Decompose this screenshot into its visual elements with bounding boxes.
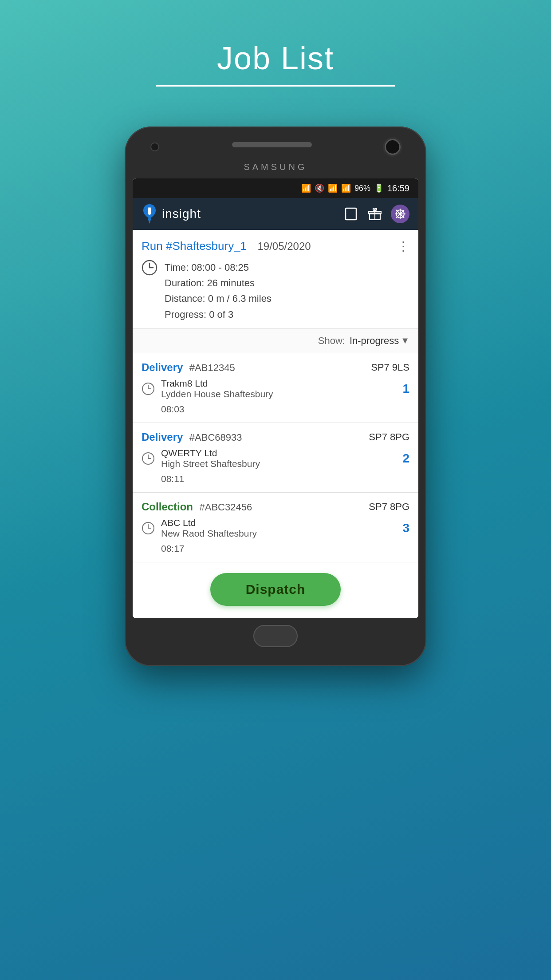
job-card-header: Delivery #ABC68933 SP7 8PG bbox=[142, 431, 409, 443]
job-type-number: Delivery #ABC68933 bbox=[142, 431, 242, 443]
signal-icon: 📶 bbox=[341, 183, 351, 193]
gift-icon[interactable] bbox=[367, 206, 383, 222]
job-address: Lydden House Shaftesbury bbox=[161, 389, 396, 399]
job-clock-icon bbox=[142, 452, 155, 465]
brand-text: SAMSUNG bbox=[133, 162, 418, 172]
job-sequence: 3 bbox=[402, 521, 409, 535]
app-header: insight bbox=[133, 198, 418, 230]
job-company-address: ABC Ltd New Raod Shaftesbury bbox=[161, 518, 396, 539]
app-name: insight bbox=[162, 207, 201, 221]
job-card-middle: ABC Ltd New Raod Shaftesbury 3 bbox=[142, 518, 409, 539]
job-company-address: Trakm8 Ltd Lydden House Shaftesbury bbox=[161, 378, 396, 399]
run-title: Run #Shaftesbury_1 bbox=[142, 239, 247, 253]
run-date: 19/05/2020 bbox=[258, 240, 311, 252]
job-clock-icon bbox=[142, 522, 155, 535]
camera-main bbox=[385, 139, 401, 155]
phone-screen: 📶 🔇 📶 📶 96% 🔋 16:59 insight bbox=[133, 178, 418, 618]
status-icons: 📶 🔇 📶 📶 96% 🔋 16:59 bbox=[301, 183, 409, 194]
battery-percentage: 96% bbox=[354, 184, 370, 193]
more-options-icon[interactable]: ⋮ bbox=[397, 239, 409, 253]
job-card[interactable]: Collection #ABC32456 SP7 8PG ABC Ltd New… bbox=[133, 493, 418, 562]
settings-icon[interactable] bbox=[391, 205, 409, 223]
job-card-middle: Trakm8 Ltd Lydden House Shaftesbury 1 bbox=[142, 378, 409, 399]
job-postcode: SP7 8PG bbox=[369, 431, 409, 443]
job-type-label: Delivery bbox=[142, 431, 183, 443]
job-number: #ABC32456 bbox=[199, 502, 252, 513]
job-card-header: Collection #ABC32456 SP7 8PG bbox=[142, 501, 409, 513]
run-clock-icon bbox=[142, 260, 157, 276]
title-underline bbox=[156, 85, 395, 87]
status-bar: 📶 🔇 📶 📶 96% 🔋 16:59 bbox=[133, 178, 418, 198]
job-time: 08:11 bbox=[142, 474, 409, 484]
job-postcode: SP7 9LS bbox=[371, 362, 409, 373]
run-title-row: Run #Shaftesbury_1 19/05/2020 ⋮ bbox=[142, 239, 409, 253]
job-time: 08:17 bbox=[142, 543, 409, 554]
mute-icon: 🔇 bbox=[315, 183, 324, 193]
battery-icon: 🔋 bbox=[374, 183, 384, 193]
job-company-address: QWERTY Ltd High Street Shaftesbury bbox=[161, 448, 396, 469]
phone-bottom bbox=[133, 618, 418, 654]
page-heading-area: Job List bbox=[0, 0, 551, 100]
job-company: Trakm8 Ltd bbox=[161, 378, 396, 389]
run-details-text: Time: 08:00 - 08:25 Duration: 26 minutes… bbox=[165, 260, 272, 322]
insight-logo-icon bbox=[142, 204, 157, 224]
job-sequence: 1 bbox=[402, 382, 409, 396]
job-list: Delivery #AB12345 SP7 9LS Trakm8 Ltd Lyd… bbox=[133, 353, 418, 562]
phone-speaker bbox=[232, 142, 312, 147]
home-button[interactable] bbox=[253, 625, 298, 647]
dispatch-button[interactable]: Dispatch bbox=[210, 573, 341, 606]
run-duration: Duration: 26 minutes bbox=[165, 275, 272, 291]
status-time: 16:59 bbox=[387, 183, 409, 194]
run-details: Time: 08:00 - 08:25 Duration: 26 minutes… bbox=[142, 260, 409, 322]
job-type-label: Collection bbox=[142, 501, 193, 513]
wifi-icon: 📶 bbox=[328, 183, 338, 193]
job-number: #AB12345 bbox=[189, 362, 235, 373]
bluetooth-icon: 📶 bbox=[301, 183, 311, 193]
job-type-label: Delivery bbox=[142, 361, 183, 373]
run-title-group: Run #Shaftesbury_1 19/05/2020 bbox=[142, 239, 311, 253]
header-icons bbox=[343, 205, 409, 223]
job-type-number: Delivery #AB12345 bbox=[142, 361, 235, 374]
job-sequence: 2 bbox=[402, 451, 409, 466]
run-progress: Progress: 0 of 3 bbox=[165, 307, 272, 322]
filter-label: Show: bbox=[318, 335, 345, 347]
app-logo: insight bbox=[142, 204, 201, 224]
run-header: Run #Shaftesbury_1 19/05/2020 ⋮ Time: 08… bbox=[133, 230, 418, 329]
phone-cameras bbox=[133, 139, 418, 155]
job-clock-icon bbox=[142, 382, 155, 395]
job-company: ABC Ltd bbox=[161, 518, 396, 528]
job-type-number: Collection #ABC32456 bbox=[142, 501, 252, 513]
job-card-header: Delivery #AB12345 SP7 9LS bbox=[142, 361, 409, 374]
svg-rect-2 bbox=[346, 208, 356, 220]
page-title: Job List bbox=[0, 40, 551, 76]
run-time: Time: 08:00 - 08:25 bbox=[165, 260, 272, 275]
phone-shell: SAMSUNG 📶 🔇 📶 📶 96% 🔋 16:59 bbox=[125, 126, 426, 666]
tablet-icon[interactable] bbox=[343, 206, 359, 222]
filter-row: Show: In-progress ▼ bbox=[133, 329, 418, 353]
dispatch-area: Dispatch bbox=[133, 562, 418, 618]
camera-dot-left bbox=[150, 142, 159, 151]
filter-value[interactable]: In-progress bbox=[350, 335, 399, 347]
run-distance: Distance: 0 m / 6.3 miles bbox=[165, 291, 272, 306]
job-address: High Street Shaftesbury bbox=[161, 458, 396, 469]
job-address: New Raod Shaftesbury bbox=[161, 528, 396, 539]
job-company: QWERTY Ltd bbox=[161, 448, 396, 458]
job-card-middle: QWERTY Ltd High Street Shaftesbury 2 bbox=[142, 448, 409, 469]
job-time: 08:03 bbox=[142, 404, 409, 415]
filter-dropdown-icon[interactable]: ▼ bbox=[401, 336, 409, 346]
job-postcode: SP7 8PG bbox=[369, 501, 409, 513]
job-card[interactable]: Delivery #AB12345 SP7 9LS Trakm8 Ltd Lyd… bbox=[133, 353, 418, 423]
job-card[interactable]: Delivery #ABC68933 SP7 8PG QWERTY Ltd Hi… bbox=[133, 423, 418, 493]
job-number: #ABC68933 bbox=[189, 432, 242, 443]
svg-rect-1 bbox=[148, 207, 151, 209]
